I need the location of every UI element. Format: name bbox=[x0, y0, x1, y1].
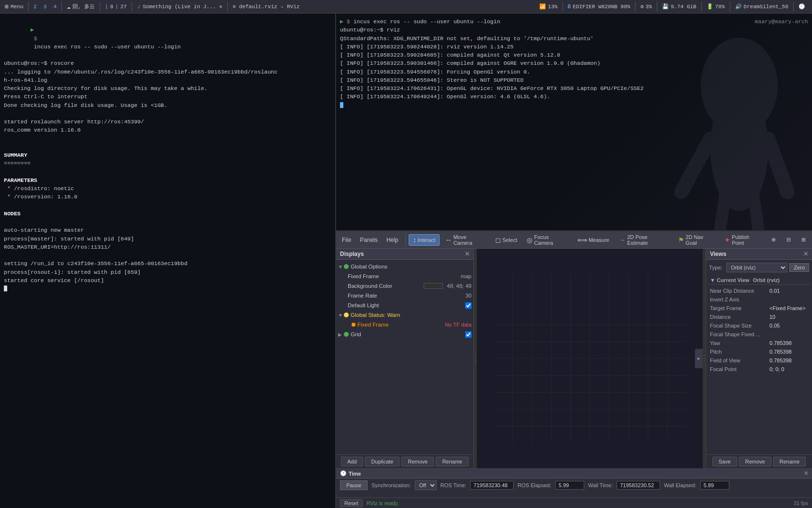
displays-close-icon[interactable]: ✕ bbox=[465, 251, 470, 257]
menu-help[interactable]: Help bbox=[383, 235, 402, 245]
taskbar-weather[interactable]: ☁ 阴, 多云 bbox=[64, 2, 98, 12]
taskbar-battery[interactable]: 🔋 78% bbox=[704, 2, 728, 11]
ws3-label: 3 bbox=[44, 4, 47, 10]
add-button[interactable]: Add bbox=[341, 457, 363, 466]
taskbar-wifi[interactable]: 📶 13% bbox=[536, 2, 561, 11]
taskbar-ws3[interactable]: 3 bbox=[41, 3, 50, 11]
views-rename-button[interactable]: Rename bbox=[773, 457, 806, 466]
terminal-line: ubuntu@ros:~$ roscore bbox=[4, 59, 331, 67]
expand-icon: ▼ bbox=[338, 264, 343, 269]
views-remove-button[interactable]: Remove bbox=[739, 457, 771, 466]
svg-line-22 bbox=[493, 274, 590, 359]
3d-viewport[interactable]: ▶ bbox=[477, 249, 703, 468]
audio-label: DreamSilent_56 bbox=[744, 4, 788, 10]
zero-button[interactable]: Zero bbox=[789, 263, 809, 272]
tool-move-camera[interactable]: ↔ Move Camera bbox=[441, 232, 489, 248]
ros-time-field[interactable] bbox=[470, 481, 514, 490]
ros-elapsed-field[interactable] bbox=[555, 481, 584, 490]
reset-button[interactable]: Reset bbox=[340, 499, 363, 507]
select-icon: ◻ bbox=[495, 236, 501, 244]
taskbar-audio[interactable]: 🔊 DreamSilent_56 bbox=[732, 2, 791, 11]
tree-row-bg-color[interactable]: Background Color 48; 48; 48 bbox=[336, 281, 473, 291]
taskbar-ws2[interactable]: 2 bbox=[30, 3, 40, 11]
wall-elapsed-field[interactable] bbox=[700, 481, 729, 490]
taskbar-wave[interactable]: | 8 | 27 bbox=[102, 3, 130, 11]
terminal-line: process[rosout-1]: started with pid [659… bbox=[4, 268, 331, 276]
taskbar-datetime[interactable]: 🕙 bbox=[796, 2, 810, 11]
tree-row-fixed-frame[interactable]: Fixed Frame map bbox=[336, 271, 473, 281]
view-prop-focal-shape-fixed: Focal Shape Fixed ... bbox=[708, 330, 810, 339]
time-panel: 🕐 Time ✕ Pause Synchronization: Off ROS … bbox=[336, 468, 812, 497]
taskbar-bluetooth[interactable]: Ƀ EDIFIER W820NB 90% bbox=[565, 2, 633, 11]
grid-dot bbox=[344, 332, 349, 337]
wifi-icon: 📶 bbox=[539, 3, 546, 10]
move-camera-label: Move Camera bbox=[453, 234, 485, 246]
time-header: 🕐 Time ✕ bbox=[336, 469, 812, 478]
terminal-line: QStandardPaths: XDG_RUNTIME_DIR not set,… bbox=[340, 34, 808, 43]
tree-row-fixed-frame-status[interactable]: Fixed Frame No TF data bbox=[336, 320, 473, 329]
taskbar-menu[interactable]: ⊞ Menu bbox=[2, 2, 26, 12]
tool-interact[interactable]: ↕ Interact bbox=[409, 234, 440, 246]
interact-label: Interact bbox=[418, 237, 436, 243]
sep bbox=[132, 2, 132, 12]
taskbar-music[interactable]: ♪ Something (Live in J... ✕ bbox=[134, 2, 225, 11]
terminal-cursor: █ bbox=[340, 101, 808, 109]
views-type-select[interactable]: Orbit (rviz) bbox=[726, 263, 787, 272]
tool-select[interactable]: ◻ Select bbox=[491, 234, 522, 246]
fps-label: 31 fps bbox=[794, 500, 808, 506]
rename-button[interactable]: Rename bbox=[436, 457, 469, 466]
tree-row-global-options[interactable]: ▼ Global Options bbox=[336, 262, 473, 271]
tree-row-default-light[interactable]: Default Light bbox=[336, 300, 473, 310]
toolbar-remove-btn[interactable]: ⊟ bbox=[782, 235, 795, 245]
terminal-line: h-ros-641.log bbox=[4, 76, 331, 84]
tree-row-global-status[interactable]: ▼ Global Status: Warn bbox=[336, 310, 473, 320]
tool-pose-estimate[interactable]: → 2D Pose Estimate bbox=[615, 232, 673, 248]
menu-file[interactable]: File bbox=[338, 235, 355, 245]
view-prop-pitch: Pitch 0.785398 bbox=[708, 347, 810, 356]
pause-button[interactable]: Pause bbox=[340, 480, 368, 490]
duplicate-button[interactable]: Duplicate bbox=[365, 457, 400, 466]
svg-line-24 bbox=[493, 359, 590, 443]
terminal-line bbox=[4, 109, 331, 118]
measure-icon: ⟺ bbox=[577, 236, 587, 244]
terminal-line: process[master]: started with pid [649] bbox=[4, 235, 331, 243]
left-terminal[interactable]: ▶ $ incus exec ros -- sudo --user ubuntu… bbox=[0, 14, 335, 508]
disk-label: 9.74 GiB bbox=[671, 4, 696, 10]
grid-checkbox[interactable] bbox=[465, 331, 472, 338]
terminal-line: ubuntu@ros:~$ rviz bbox=[340, 26, 808, 34]
views-buttons: Save Remove Rename bbox=[706, 454, 812, 468]
menu-panels[interactable]: Panels bbox=[356, 235, 382, 245]
terminal-line: ROS_MASTER_URI=http://ros:11311/ bbox=[4, 243, 331, 251]
tool-publish-point[interactable]: ✦ Publish Point bbox=[720, 232, 766, 248]
toolbar-add-btn[interactable]: ⊕ bbox=[767, 235, 780, 245]
toolbar-grid-btn[interactable]: ⊞ bbox=[797, 235, 810, 245]
wall-time-label: Wall Time: bbox=[588, 482, 613, 488]
wave-icon: | bbox=[105, 4, 108, 10]
tree-row-frame-rate[interactable]: Frame Rate 30 bbox=[336, 291, 473, 300]
sep bbox=[28, 2, 29, 12]
taskbar-ws4[interactable]: 4 bbox=[50, 3, 59, 11]
taskbar-rviz[interactable]: ≡ default.rviz – RViz bbox=[230, 3, 303, 11]
viewport-collapse-right[interactable]: ▶ bbox=[695, 349, 703, 368]
cpu-label: 3% bbox=[646, 4, 652, 10]
views-title: Views bbox=[710, 251, 726, 257]
global-options-dot bbox=[344, 264, 349, 269]
tool-nav-goal[interactable]: ⚑ 2D Nav Goal bbox=[674, 232, 720, 248]
taskbar-disk[interactable]: 💾 9.74 GiB bbox=[659, 2, 699, 11]
time-close-icon[interactable]: ✕ bbox=[804, 470, 808, 477]
views-close-icon[interactable]: ✕ bbox=[803, 251, 808, 257]
tool-measure[interactable]: ⟺ Measure bbox=[573, 234, 614, 246]
no-tf-value: No TF data bbox=[445, 322, 472, 328]
tree-row-grid[interactable]: ▶ Grid bbox=[336, 329, 473, 339]
wall-time-field[interactable] bbox=[617, 481, 660, 490]
default-light-checkbox[interactable] bbox=[465, 302, 472, 309]
terminal-line: ros_comm version 1.16.0 bbox=[4, 126, 331, 134]
pitch-value: 0.785398 bbox=[769, 349, 808, 355]
taskbar-cpu[interactable]: ⚙ 3% bbox=[637, 2, 655, 11]
right-terminal[interactable]: ▶ $ incus exec ros -- sudo --user ubuntu… bbox=[336, 14, 812, 230]
terminal-line: setting /run_id to c243f10e-3556-11ef-a6… bbox=[4, 259, 331, 268]
tool-focus-camera[interactable]: ◎ Focus Camera bbox=[522, 232, 572, 248]
remove-button[interactable]: Remove bbox=[401, 457, 434, 466]
views-save-button[interactable]: Save bbox=[712, 457, 737, 466]
sync-select[interactable]: Off bbox=[415, 480, 437, 490]
